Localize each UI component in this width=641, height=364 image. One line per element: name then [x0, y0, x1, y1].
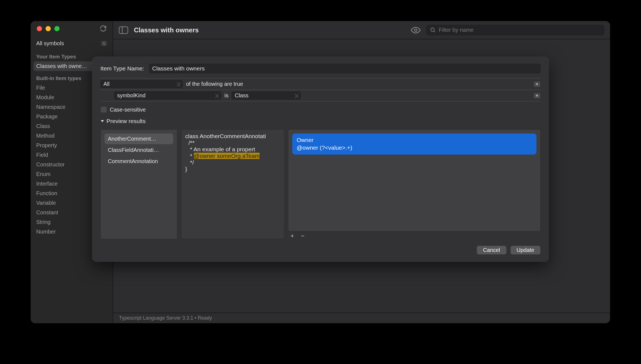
preview-header[interactable]: Preview results	[100, 118, 541, 124]
sidebar-item-label: Namespace	[36, 104, 66, 110]
svg-rect-0	[119, 27, 128, 33]
sidebar-item-label: Variable	[36, 200, 56, 206]
update-button[interactable]: Update	[510, 246, 541, 255]
page-title: Classes with owners	[134, 26, 199, 34]
name-row: Item Type Name:	[100, 64, 541, 73]
chevron-down-icon	[100, 119, 104, 123]
search-input[interactable]	[439, 27, 601, 33]
add-owner-button[interactable]: +	[289, 233, 295, 239]
status-bar: Typescript Language Server 3.3.1 • Ready	[113, 313, 610, 323]
quantifier-suffix: of the following are true	[186, 81, 243, 87]
preview-list-item[interactable]: AnotherComment…	[105, 133, 173, 144]
titlebar-controls	[31, 25, 113, 37]
sidebar-item-label: Constructor	[36, 161, 64, 168]
sidebar-item-label: Number	[36, 229, 56, 235]
code-line: *	[185, 153, 194, 159]
sidebar-item-label: File	[36, 85, 45, 91]
remove-owner-button[interactable]: −	[300, 233, 306, 239]
reload-icon	[100, 25, 107, 32]
svg-line-4	[434, 31, 435, 32]
preview-list-item[interactable]: ClassFieldAnnotati…	[105, 145, 173, 155]
owner-title: Owner	[297, 136, 532, 144]
code-line: }	[185, 166, 187, 172]
minimize-window-button[interactable]	[46, 26, 51, 31]
owner-pane: Owner @owner (?<value>.+) + −	[288, 129, 541, 239]
sidebar-item-label: Module	[36, 94, 54, 101]
cancel-button[interactable]: Cancel	[477, 246, 506, 255]
rule-op: is	[224, 92, 228, 99]
toolbar: Classes with owners	[113, 21, 610, 39]
sidebar-item-label: String	[36, 219, 50, 225]
sidebar-item-label: Function	[36, 190, 57, 197]
reload-button[interactable]	[100, 25, 107, 32]
field-select[interactable]: symbolKind	[114, 92, 221, 99]
case-sensitive-label: Case-sensitive	[110, 107, 146, 113]
item-type-dialog: Item Type Name: All of the following are…	[92, 57, 549, 262]
add-condition-button[interactable]: +	[533, 93, 541, 99]
close-window-button[interactable]	[37, 26, 42, 31]
sidebar-item-label: Interface	[36, 181, 58, 187]
status-text: Typescript Language Server 3.3.1 • Ready	[119, 315, 212, 321]
select-value: All	[103, 81, 109, 87]
search-field[interactable]	[426, 25, 605, 35]
preview-list: AnotherComment… ClassFieldAnnotati… Comm…	[100, 129, 177, 239]
svg-point-3	[431, 28, 434, 31]
sidebar-item-label: All symbols	[36, 40, 64, 47]
zoom-window-button[interactable]	[54, 26, 60, 31]
sidebar-toggle-icon[interactable]	[119, 26, 128, 34]
preview-label: Preview results	[106, 118, 145, 124]
rule-condition-row: symbolKind is Class +	[100, 90, 541, 101]
code-line: class AnotherCommentAnnotati	[185, 133, 266, 139]
add-rule-button[interactable]: +	[533, 81, 541, 87]
code-line: */	[185, 159, 194, 166]
code-line: * An example of a propert	[185, 146, 255, 152]
rule-quantifier-row: All of the following are true +	[100, 78, 541, 90]
case-sensitive-row: Case-sensitive	[100, 106, 541, 113]
preview-body: AnotherComment… ClassFieldAnnotati… Comm…	[100, 129, 541, 239]
sidebar-item-label: Property	[36, 142, 57, 149]
visibility-icon[interactable]	[411, 26, 421, 34]
sidebar-badge: 5	[101, 41, 107, 46]
sidebar-item-all-symbols[interactable]: All symbols 5	[31, 39, 113, 48]
owner-item[interactable]: Owner @owner (?<value>.+)	[292, 133, 536, 155]
code-highlight: @owner someOrg.aTeam	[194, 153, 260, 159]
sidebar-item-label: Constant	[36, 209, 58, 216]
select-value: Class	[235, 92, 248, 99]
sidebar-item-label: Enum	[36, 171, 50, 177]
name-input[interactable]	[149, 64, 541, 73]
traffic-lights	[37, 26, 60, 31]
sidebar-item-label: Package	[36, 113, 58, 120]
code-line: /**	[185, 140, 195, 146]
dialog-buttons: Cancel Update	[100, 246, 541, 255]
quantifier-select[interactable]: All	[100, 80, 183, 88]
svg-point-2	[415, 29, 417, 31]
owner-list: Owner @owner (?<value>.+)	[288, 129, 541, 231]
case-sensitive-checkbox[interactable]	[100, 106, 107, 113]
sidebar-item-label: Class	[36, 123, 50, 129]
search-icon	[430, 27, 436, 33]
sidebar-item-label: Field	[36, 152, 48, 158]
sidebar-item-label: Method	[36, 133, 55, 139]
sidebar-item-label: Classes with owne…	[36, 63, 87, 69]
value-select[interactable]: Class	[232, 92, 301, 99]
name-label: Item Type Name:	[100, 65, 144, 72]
owner-pattern: @owner (?<value>.+)	[297, 144, 532, 152]
rules-block: All of the following are true + symbolKi…	[100, 78, 541, 101]
owner-controls: + −	[288, 231, 541, 239]
select-value: symbolKind	[117, 92, 145, 99]
preview-list-item[interactable]: CommentAnnotation	[105, 156, 173, 167]
code-preview: class AnotherCommentAnnotati /** * An ex…	[181, 129, 284, 239]
